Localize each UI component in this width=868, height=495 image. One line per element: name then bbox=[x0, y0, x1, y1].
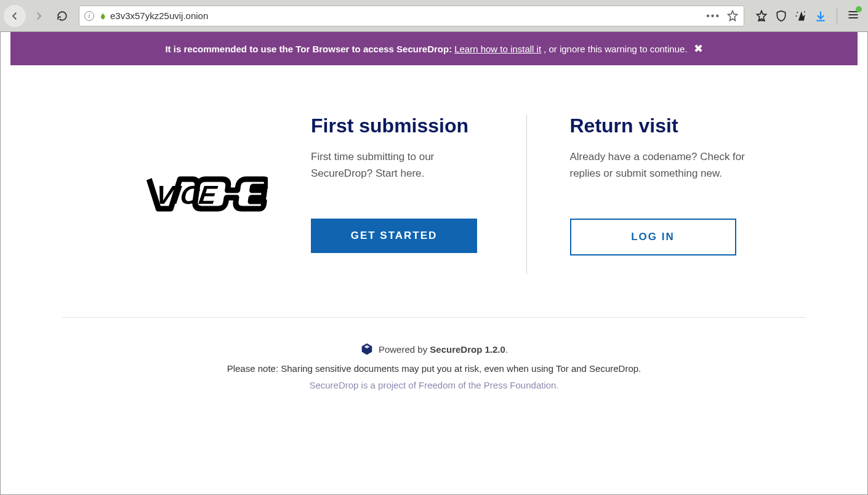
shield-icon[interactable] bbox=[775, 10, 787, 22]
svg-point-2 bbox=[796, 15, 797, 17]
banner-text-bold: It is recommended to use the Tor Browser… bbox=[165, 44, 452, 54]
return-visit-text: Already have a codename? Check for repli… bbox=[570, 148, 755, 182]
install-tor-link[interactable]: Learn how to install it bbox=[454, 44, 541, 54]
get-started-button[interactable]: GET STARTED bbox=[311, 219, 477, 253]
securedrop-icon bbox=[360, 342, 374, 356]
toolbar-divider bbox=[837, 7, 837, 25]
main-content: VICE First submission First time submitt… bbox=[89, 115, 779, 274]
tor-warning-banner: It is recommended to use the Tor Browser… bbox=[10, 32, 858, 65]
back-button[interactable] bbox=[4, 5, 26, 27]
vice-logo-icon: VICE bbox=[139, 167, 268, 222]
banner-text-suffix: , or ignore this warning to continue. bbox=[544, 44, 687, 54]
site-info-icon[interactable]: i bbox=[84, 11, 94, 21]
browser-toolbar: i ••• bbox=[0, 0, 868, 32]
new-identity-icon[interactable] bbox=[795, 10, 807, 22]
footer: Powered by SecureDrop 1.2.0. Please note… bbox=[62, 317, 806, 390]
downloads-icon[interactable] bbox=[814, 10, 827, 22]
first-submission-panel: First submission First time submitting t… bbox=[311, 115, 526, 274]
return-visit-panel: Return visit Already have a codename? Ch… bbox=[527, 115, 755, 274]
bookmark-star-icon[interactable] bbox=[726, 10, 739, 22]
library-icon[interactable] bbox=[755, 10, 768, 22]
url-input[interactable] bbox=[110, 10, 702, 21]
url-bar[interactable]: i ••• bbox=[79, 6, 744, 26]
svg-text:VICE: VICE bbox=[154, 180, 219, 209]
page-actions-icon[interactable]: ••• bbox=[706, 10, 720, 22]
footer-note: Please note: Sharing sensitive documents… bbox=[62, 363, 806, 374]
return-visit-title: Return visit bbox=[570, 115, 755, 137]
forward-button[interactable] bbox=[28, 6, 49, 26]
log-in-button[interactable]: LOG IN bbox=[570, 219, 736, 256]
svg-point-0 bbox=[797, 12, 798, 13]
first-submission-text: First time submitting to our SecureDrop?… bbox=[311, 148, 496, 182]
powered-by-text: Powered by SecureDrop 1.2.0. bbox=[379, 344, 508, 355]
org-logo: VICE bbox=[114, 115, 311, 274]
reload-button[interactable] bbox=[52, 6, 73, 26]
svg-point-1 bbox=[804, 11, 805, 12]
first-submission-title: First submission bbox=[311, 115, 496, 137]
close-icon[interactable]: ✖ bbox=[694, 42, 703, 55]
menu-button[interactable] bbox=[847, 9, 859, 23]
footer-project-link[interactable]: SecureDrop is a project of Freedom of th… bbox=[309, 380, 558, 390]
onion-icon bbox=[98, 12, 106, 20]
page-viewport: It is recommended to use the Tor Browser… bbox=[0, 32, 868, 495]
